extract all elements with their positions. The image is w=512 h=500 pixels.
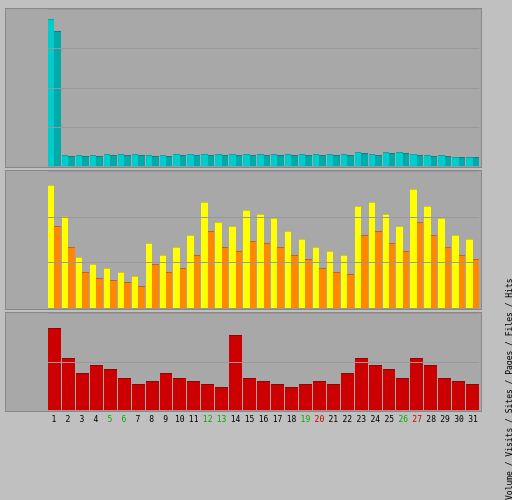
bar-hits2-11: [194, 155, 200, 167]
bar-group3-day-27: [410, 358, 423, 411]
bar-group-day-9: [160, 155, 173, 167]
bar-orange-19: [305, 259, 311, 309]
x-label-day-13: 13: [215, 415, 229, 424]
bar-group-day-16: [257, 154, 270, 167]
bar-red-31: [466, 384, 479, 411]
bar-orange-24: [375, 231, 381, 309]
x-label-day-9: 9: [159, 415, 173, 424]
bar-group-day-22: [341, 154, 354, 167]
bar-red-17: [271, 384, 284, 411]
bar-group-day-31: [466, 157, 479, 167]
x-label-day-21: 21: [326, 415, 340, 424]
bar-orange-20: [319, 268, 325, 309]
bar-group2-day-7: [132, 276, 145, 309]
bar-group2-day-24: [369, 202, 382, 309]
bar-group2-day-12: [201, 202, 214, 309]
bar-group3-day-5: [104, 369, 117, 411]
bar-red-27: [410, 358, 423, 411]
bar-hits2-13: [222, 155, 228, 167]
bar-group3-day-20: [313, 381, 326, 411]
bar-red-26: [396, 378, 409, 411]
bar-red-1: [48, 328, 61, 411]
bar-group2-day-1: [48, 185, 61, 309]
bar-group-day-21: [327, 154, 340, 167]
bar-group3-day-11: [187, 381, 200, 411]
bar-group2-day-17: [271, 218, 284, 309]
bar-group2-day-20: [313, 247, 326, 309]
bar-group3-day-8: [146, 381, 159, 411]
chart-container: 1234567891011121314151617181920212223242…: [0, 0, 512, 500]
bar-group2-day-14: [229, 226, 242, 309]
bar-orange-13: [222, 247, 228, 309]
bar-red-7: [132, 384, 145, 411]
bar-hits2-8: [152, 156, 158, 167]
bar-red-11: [187, 381, 200, 411]
x-label-day-26: 26: [396, 415, 410, 424]
x-label-day-5: 5: [103, 415, 117, 424]
bar-group2-day-8: [146, 243, 159, 309]
bar-orange-5: [110, 280, 116, 309]
bar-red-25: [383, 369, 396, 411]
x-label-day-30: 30: [452, 415, 466, 424]
bar-group2-day-29: [438, 218, 451, 309]
bar-orange-28: [431, 235, 437, 309]
bar-hits2-25: [389, 153, 395, 167]
bar-hits2-22: [347, 155, 353, 167]
bar-hits2-4: [96, 156, 102, 167]
x-label-day-3: 3: [75, 415, 89, 424]
bar-hits2-30: [459, 157, 465, 167]
bar-orange-25: [389, 243, 395, 309]
bar-group3-day-21: [327, 384, 340, 411]
panel-pages: [5, 170, 482, 310]
x-label-day-6: 6: [117, 415, 131, 424]
bar-group-day-4: [90, 155, 103, 167]
bar-hits2-5: [110, 155, 116, 167]
bar-group-day-5: [104, 154, 117, 167]
bar-orange-15: [250, 241, 256, 309]
bar-group-day-26: [396, 152, 409, 167]
bar-hits2-6: [124, 155, 130, 167]
bar-orange-3: [82, 272, 88, 309]
x-label-day-15: 15: [243, 415, 257, 424]
bar-red-23: [355, 358, 368, 411]
bar-group-day-8: [146, 155, 159, 167]
bar-group3-day-1: [48, 328, 61, 411]
right-label: Volume / Visits / Sites / Pages / Files …: [505, 0, 512, 500]
bars-panel3: [48, 315, 479, 411]
x-label-day-16: 16: [257, 415, 271, 424]
bar-hits2-21: [333, 155, 339, 167]
x-label-day-11: 11: [187, 415, 201, 424]
bar-group2-day-30: [452, 235, 465, 309]
bar-group3-day-10: [173, 378, 186, 411]
x-label-day-22: 22: [340, 415, 354, 424]
bar-hits2-3: [82, 156, 88, 167]
bar-group2-day-15: [243, 210, 256, 309]
bar-red-20: [313, 381, 326, 411]
bar-orange-1: [54, 226, 60, 309]
bar-red-28: [424, 365, 437, 411]
bar-group3-day-19: [299, 384, 312, 411]
bar-group-day-24: [369, 154, 382, 167]
bar-red-13: [215, 387, 228, 411]
bar-group-day-14: [229, 154, 242, 167]
bar-hits2-31: [473, 157, 479, 167]
bar-group-day-25: [383, 152, 396, 167]
bar-group3-day-12: [201, 384, 214, 411]
bar-orange-26: [403, 251, 409, 309]
x-label-day-29: 29: [438, 415, 452, 424]
bar-orange-31: [473, 259, 479, 309]
bar-orange-30: [459, 255, 465, 309]
bar-group3-day-6: [118, 378, 131, 411]
bar-group2-day-25: [383, 214, 396, 309]
x-label-day-10: 10: [173, 415, 187, 424]
bar-orange-9: [166, 272, 172, 309]
bar-group-day-30: [452, 157, 465, 167]
bar-group-day-18: [285, 154, 298, 167]
bar-red-3: [76, 373, 89, 411]
x-label-day-18: 18: [284, 415, 298, 424]
bar-hits2-18: [291, 155, 297, 167]
bar-orange-7: [138, 286, 144, 309]
bar-hits2-29: [445, 156, 451, 167]
x-label-day-23: 23: [354, 415, 368, 424]
bar-red-5: [104, 369, 117, 411]
